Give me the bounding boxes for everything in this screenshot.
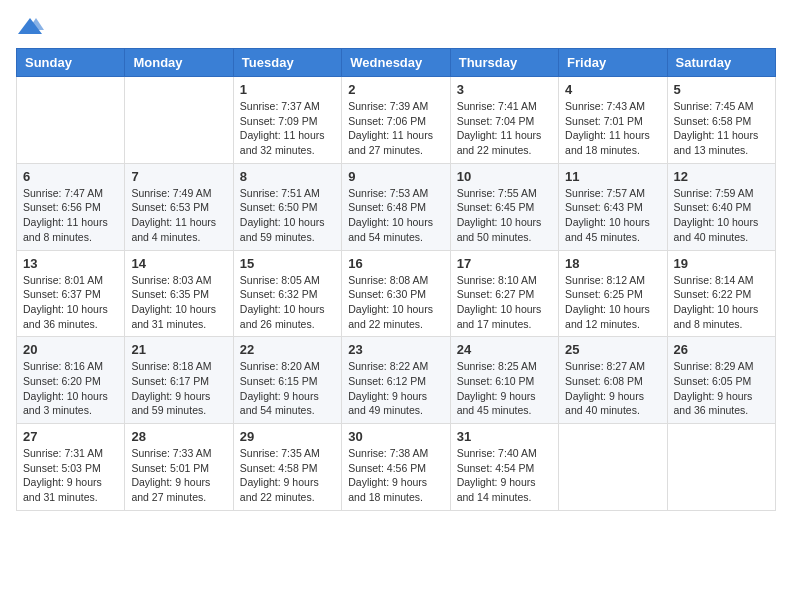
day-info: Sunrise: 7:38 AM Sunset: 4:56 PM Dayligh… (348, 446, 443, 505)
day-info: Sunrise: 7:39 AM Sunset: 7:06 PM Dayligh… (348, 99, 443, 158)
day-number: 29 (240, 429, 335, 444)
day-cell: 8Sunrise: 7:51 AM Sunset: 6:50 PM Daylig… (233, 163, 341, 250)
day-info: Sunrise: 7:51 AM Sunset: 6:50 PM Dayligh… (240, 186, 335, 245)
day-number: 18 (565, 256, 660, 271)
day-cell: 11Sunrise: 7:57 AM Sunset: 6:43 PM Dayli… (559, 163, 667, 250)
day-cell: 7Sunrise: 7:49 AM Sunset: 6:53 PM Daylig… (125, 163, 233, 250)
day-number: 6 (23, 169, 118, 184)
day-number: 3 (457, 82, 552, 97)
page-header (16, 16, 776, 38)
day-number: 27 (23, 429, 118, 444)
day-cell: 4Sunrise: 7:43 AM Sunset: 7:01 PM Daylig… (559, 77, 667, 164)
week-row-5: 27Sunrise: 7:31 AM Sunset: 5:03 PM Dayli… (17, 424, 776, 511)
day-info: Sunrise: 8:22 AM Sunset: 6:12 PM Dayligh… (348, 359, 443, 418)
day-info: Sunrise: 8:16 AM Sunset: 6:20 PM Dayligh… (23, 359, 118, 418)
calendar-body: 1Sunrise: 7:37 AM Sunset: 7:09 PM Daylig… (17, 77, 776, 511)
day-cell (17, 77, 125, 164)
day-cell (667, 424, 775, 511)
day-number: 11 (565, 169, 660, 184)
day-info: Sunrise: 7:57 AM Sunset: 6:43 PM Dayligh… (565, 186, 660, 245)
day-number: 7 (131, 169, 226, 184)
day-cell: 30Sunrise: 7:38 AM Sunset: 4:56 PM Dayli… (342, 424, 450, 511)
day-cell: 25Sunrise: 8:27 AM Sunset: 6:08 PM Dayli… (559, 337, 667, 424)
day-cell: 17Sunrise: 8:10 AM Sunset: 6:27 PM Dayli… (450, 250, 558, 337)
week-row-3: 13Sunrise: 8:01 AM Sunset: 6:37 PM Dayli… (17, 250, 776, 337)
day-number: 20 (23, 342, 118, 357)
day-info: Sunrise: 7:47 AM Sunset: 6:56 PM Dayligh… (23, 186, 118, 245)
day-info: Sunrise: 7:59 AM Sunset: 6:40 PM Dayligh… (674, 186, 769, 245)
day-number: 12 (674, 169, 769, 184)
day-info: Sunrise: 8:12 AM Sunset: 6:25 PM Dayligh… (565, 273, 660, 332)
day-info: Sunrise: 8:29 AM Sunset: 6:05 PM Dayligh… (674, 359, 769, 418)
day-info: Sunrise: 8:08 AM Sunset: 6:30 PM Dayligh… (348, 273, 443, 332)
day-cell: 21Sunrise: 8:18 AM Sunset: 6:17 PM Dayli… (125, 337, 233, 424)
day-info: Sunrise: 7:43 AM Sunset: 7:01 PM Dayligh… (565, 99, 660, 158)
day-info: Sunrise: 8:10 AM Sunset: 6:27 PM Dayligh… (457, 273, 552, 332)
day-cell: 26Sunrise: 8:29 AM Sunset: 6:05 PM Dayli… (667, 337, 775, 424)
day-info: Sunrise: 7:37 AM Sunset: 7:09 PM Dayligh… (240, 99, 335, 158)
day-number: 8 (240, 169, 335, 184)
day-cell: 27Sunrise: 7:31 AM Sunset: 5:03 PM Dayli… (17, 424, 125, 511)
week-row-2: 6Sunrise: 7:47 AM Sunset: 6:56 PM Daylig… (17, 163, 776, 250)
day-number: 25 (565, 342, 660, 357)
day-number: 28 (131, 429, 226, 444)
day-number: 13 (23, 256, 118, 271)
week-row-4: 20Sunrise: 8:16 AM Sunset: 6:20 PM Dayli… (17, 337, 776, 424)
day-number: 14 (131, 256, 226, 271)
day-number: 2 (348, 82, 443, 97)
day-info: Sunrise: 8:18 AM Sunset: 6:17 PM Dayligh… (131, 359, 226, 418)
day-cell: 1Sunrise: 7:37 AM Sunset: 7:09 PM Daylig… (233, 77, 341, 164)
day-info: Sunrise: 7:35 AM Sunset: 4:58 PM Dayligh… (240, 446, 335, 505)
week-row-1: 1Sunrise: 7:37 AM Sunset: 7:09 PM Daylig… (17, 77, 776, 164)
day-number: 24 (457, 342, 552, 357)
day-number: 30 (348, 429, 443, 444)
day-info: Sunrise: 7:55 AM Sunset: 6:45 PM Dayligh… (457, 186, 552, 245)
day-info: Sunrise: 8:01 AM Sunset: 6:37 PM Dayligh… (23, 273, 118, 332)
day-cell: 28Sunrise: 7:33 AM Sunset: 5:01 PM Dayli… (125, 424, 233, 511)
day-info: Sunrise: 7:33 AM Sunset: 5:01 PM Dayligh… (131, 446, 226, 505)
day-header-tuesday: Tuesday (233, 49, 341, 77)
day-header-wednesday: Wednesday (342, 49, 450, 77)
day-number: 15 (240, 256, 335, 271)
day-info: Sunrise: 8:27 AM Sunset: 6:08 PM Dayligh… (565, 359, 660, 418)
day-info: Sunrise: 7:31 AM Sunset: 5:03 PM Dayligh… (23, 446, 118, 505)
day-number: 9 (348, 169, 443, 184)
day-info: Sunrise: 7:53 AM Sunset: 6:48 PM Dayligh… (348, 186, 443, 245)
day-number: 16 (348, 256, 443, 271)
day-header-friday: Friday (559, 49, 667, 77)
day-header-saturday: Saturday (667, 49, 775, 77)
day-number: 4 (565, 82, 660, 97)
day-cell: 6Sunrise: 7:47 AM Sunset: 6:56 PM Daylig… (17, 163, 125, 250)
day-cell: 14Sunrise: 8:03 AM Sunset: 6:35 PM Dayli… (125, 250, 233, 337)
day-cell (559, 424, 667, 511)
day-headers-row: SundayMondayTuesdayWednesdayThursdayFrid… (17, 49, 776, 77)
day-cell: 22Sunrise: 8:20 AM Sunset: 6:15 PM Dayli… (233, 337, 341, 424)
day-number: 5 (674, 82, 769, 97)
day-cell: 29Sunrise: 7:35 AM Sunset: 4:58 PM Dayli… (233, 424, 341, 511)
day-info: Sunrise: 7:41 AM Sunset: 7:04 PM Dayligh… (457, 99, 552, 158)
day-cell: 13Sunrise: 8:01 AM Sunset: 6:37 PM Dayli… (17, 250, 125, 337)
day-info: Sunrise: 8:20 AM Sunset: 6:15 PM Dayligh… (240, 359, 335, 418)
day-info: Sunrise: 8:05 AM Sunset: 6:32 PM Dayligh… (240, 273, 335, 332)
day-cell: 12Sunrise: 7:59 AM Sunset: 6:40 PM Dayli… (667, 163, 775, 250)
day-cell: 16Sunrise: 8:08 AM Sunset: 6:30 PM Dayli… (342, 250, 450, 337)
day-cell: 10Sunrise: 7:55 AM Sunset: 6:45 PM Dayli… (450, 163, 558, 250)
day-cell (125, 77, 233, 164)
day-number: 21 (131, 342, 226, 357)
calendar-table: SundayMondayTuesdayWednesdayThursdayFrid… (16, 48, 776, 511)
day-header-sunday: Sunday (17, 49, 125, 77)
day-number: 31 (457, 429, 552, 444)
day-header-thursday: Thursday (450, 49, 558, 77)
day-info: Sunrise: 8:14 AM Sunset: 6:22 PM Dayligh… (674, 273, 769, 332)
day-number: 1 (240, 82, 335, 97)
day-number: 19 (674, 256, 769, 271)
day-cell: 20Sunrise: 8:16 AM Sunset: 6:20 PM Dayli… (17, 337, 125, 424)
day-cell: 3Sunrise: 7:41 AM Sunset: 7:04 PM Daylig… (450, 77, 558, 164)
day-info: Sunrise: 8:03 AM Sunset: 6:35 PM Dayligh… (131, 273, 226, 332)
day-info: Sunrise: 7:40 AM Sunset: 4:54 PM Dayligh… (457, 446, 552, 505)
day-info: Sunrise: 7:49 AM Sunset: 6:53 PM Dayligh… (131, 186, 226, 245)
logo (16, 16, 48, 38)
day-cell: 2Sunrise: 7:39 AM Sunset: 7:06 PM Daylig… (342, 77, 450, 164)
day-cell: 24Sunrise: 8:25 AM Sunset: 6:10 PM Dayli… (450, 337, 558, 424)
day-header-monday: Monday (125, 49, 233, 77)
